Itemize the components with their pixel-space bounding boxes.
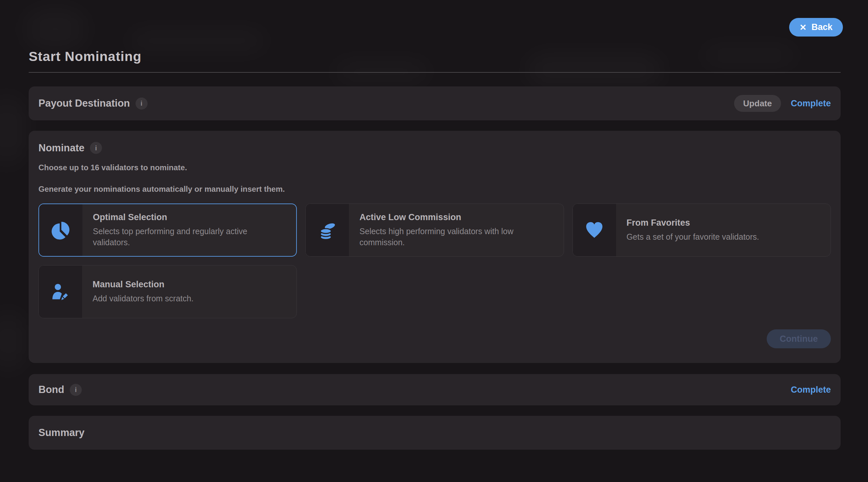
update-button[interactable]: Update <box>734 95 781 112</box>
coins-icon <box>317 220 338 240</box>
summary-title: Summary <box>38 427 84 438</box>
info-icon[interactable]: i <box>90 142 102 154</box>
nomination-method-grid: Optimal Selection Selects top performing… <box>38 203 831 318</box>
payout-destination-section: Payout Destination i Update Complete <box>29 86 841 120</box>
overlay-panel: Start Nominating Payout Destination i Up… <box>29 0 841 450</box>
bond-section: Bond i Complete <box>29 374 841 405</box>
user-edit-icon <box>51 282 70 302</box>
nominate-section: Nominate i Choose up to 16 validators to… <box>29 131 841 363</box>
payout-destination-title: Payout Destination <box>38 97 130 109</box>
option-card-from-favorites[interactable]: From Favorites Gets a set of your favori… <box>572 203 831 257</box>
nominate-helper-text: Generate your nominations automatically … <box>38 185 831 194</box>
option-description: Add validators from scratch. <box>93 293 193 304</box>
pie-chart-icon <box>51 220 71 240</box>
option-card-optimal-selection[interactable]: Optimal Selection Selects top performing… <box>38 203 297 257</box>
page-title: Start Nominating <box>29 49 841 64</box>
background-blur-blob <box>0 94 26 166</box>
option-description: Selects high performing validators with … <box>360 226 553 248</box>
bond-title: Bond <box>38 384 64 396</box>
payout-status-badge: Complete <box>791 98 831 109</box>
nominate-title: Nominate <box>38 142 84 154</box>
option-card-manual-selection[interactable]: Manual Selection Add validators from scr… <box>38 265 297 318</box>
continue-button[interactable]: Continue <box>767 330 831 348</box>
option-description: Gets a set of your favorite validators. <box>626 231 759 243</box>
info-icon[interactable]: i <box>70 384 82 396</box>
option-icon-cell <box>306 204 349 256</box>
nominate-subtitle: Choose up to 16 validators to nominate. <box>38 163 831 172</box>
option-description: Selects top performing and regularly act… <box>93 226 286 248</box>
option-title: Active Low Commission <box>360 212 553 222</box>
option-icon-cell <box>573 204 616 256</box>
option-card-active-low-commission[interactable]: Active Low Commission Selects high perfo… <box>305 203 564 257</box>
option-title: Optimal Selection <box>93 212 286 222</box>
info-icon[interactable]: i <box>135 97 148 110</box>
heart-icon <box>585 221 604 240</box>
option-icon-cell <box>39 204 83 256</box>
bond-status-badge: Complete <box>791 385 831 395</box>
summary-section: Summary <box>29 416 841 450</box>
option-icon-cell <box>39 265 82 318</box>
option-title: Manual Selection <box>93 280 193 290</box>
option-title: From Favorites <box>626 218 759 228</box>
background-blur-blob <box>0 310 26 372</box>
title-divider <box>29 72 841 73</box>
